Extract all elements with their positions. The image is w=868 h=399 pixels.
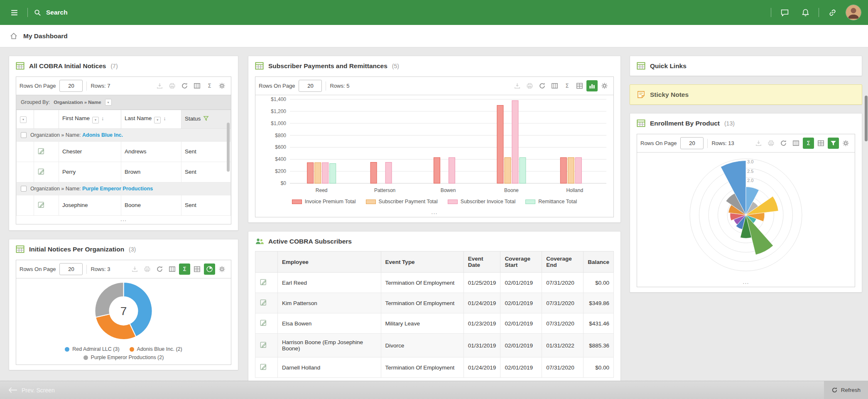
columns-icon[interactable] — [549, 80, 560, 91]
refresh-icon[interactable] — [778, 138, 789, 149]
grouped-by-bar: Grouped By: Organization » Name ▾ — [16, 95, 231, 110]
edit-icon[interactable] — [37, 201, 45, 209]
refresh-button[interactable]: Refresh — [824, 381, 868, 399]
cell-status: Sent — [181, 195, 231, 215]
gear-icon[interactable] — [840, 138, 851, 149]
column-header[interactable]: Event Date — [463, 251, 500, 273]
grid-toolbar: Rows On Page Rows: 13 Σ — [637, 134, 855, 153]
menu-icon[interactable] — [7, 5, 22, 20]
chat-icon[interactable] — [777, 5, 792, 20]
widget-count: (13) — [724, 120, 735, 127]
edit-icon[interactable] — [260, 363, 267, 371]
sigma-icon[interactable]: Σ — [803, 138, 814, 149]
sigma-icon[interactable]: Σ — [562, 80, 573, 91]
group-row: Organization » Name: Adonis Blue Inc. — [17, 128, 231, 141]
column-header[interactable]: Balance — [584, 251, 614, 273]
widget-count: (3) — [129, 246, 136, 253]
toolbar-icons: Σ — [753, 138, 851, 149]
edit-icon[interactable] — [260, 319, 267, 327]
table-icon[interactable] — [574, 80, 585, 91]
column-header[interactable]: Coverage Start — [500, 251, 542, 273]
divider — [819, 8, 819, 17]
rows-on-page-input[interactable] — [680, 137, 704, 149]
more-indicator: ... — [16, 216, 231, 224]
prev-screen-button[interactable]: Prev. Screen — [0, 381, 63, 399]
table-row: Kim PattersonTermination Of Employment01… — [255, 293, 614, 313]
group-checkbox[interactable] — [21, 132, 27, 138]
rows-on-page-label: Rows On Page — [259, 83, 295, 89]
sticky-note-icon — [637, 90, 645, 99]
divider — [86, 265, 87, 274]
grouped-by-dropdown-icon[interactable]: ▾ — [105, 99, 112, 106]
widget-sticky-notes[interactable]: Sticky Notes — [630, 84, 862, 105]
cell-first-name: Chester — [59, 141, 121, 162]
edit-icon[interactable] — [260, 298, 267, 306]
widget-quick-links[interactable]: Quick Links — [630, 56, 862, 76]
svg-text:$0: $0 — [281, 180, 287, 186]
rose-chart: 3.02.52.0 — [637, 153, 855, 278]
funnel-icon[interactable] — [828, 138, 839, 149]
column-header[interactable]: Employee — [277, 251, 381, 273]
widget-enrollment-by-product: Enrollment By Product (13) Rows On Page … — [630, 113, 862, 293]
column-header[interactable]: Coverage End — [542, 251, 584, 273]
gear-icon[interactable] — [599, 80, 610, 91]
notifications-bell-icon[interactable] — [798, 5, 813, 20]
refresh-icon[interactable] — [537, 80, 548, 91]
group-checkbox[interactable] — [21, 186, 27, 192]
cell: 07/31/2020 — [542, 273, 584, 293]
svg-text:$1,400: $1,400 — [271, 96, 286, 102]
columns-icon[interactable] — [191, 80, 203, 91]
table-icon[interactable] — [815, 138, 826, 149]
widget-header: All COBRA Initial Notices (7) — [9, 56, 238, 76]
widget-header: Quick Links — [630, 56, 862, 76]
header-edit — [34, 110, 59, 129]
gear-icon[interactable] — [216, 80, 228, 91]
rows-on-page-input[interactable] — [59, 80, 83, 92]
widget-title: Active COBRA Subscribers — [268, 238, 352, 245]
quick-links-icon — [637, 62, 645, 70]
bottom-bar: Prev. Screen Refresh — [0, 381, 868, 399]
edit-icon[interactable] — [37, 147, 45, 155]
notices-table: ▾First Name▾↓Last Name▾↓StatusOrganizati… — [16, 110, 231, 216]
chart-icon[interactable] — [586, 80, 598, 91]
cell: 07/31/2020 — [542, 293, 584, 313]
table-icon[interactable] — [191, 264, 203, 275]
legend-item: Subscriber Invoice Total — [448, 199, 515, 204]
widget-header: Sticky Notes — [630, 85, 862, 104]
table-row: Earl ReedTermination Of Employment01/25/… — [255, 273, 614, 293]
home-icon[interactable] — [10, 32, 18, 40]
column-header-first-name[interactable]: First Name▾↓ — [59, 110, 121, 129]
avatar[interactable] — [846, 5, 861, 20]
widget-title: Initial Notices Per Organization — [29, 246, 124, 253]
refresh-icon[interactable] — [179, 80, 190, 91]
svg-text:2.5: 2.5 — [747, 169, 753, 174]
column-header-status[interactable]: Status — [181, 110, 231, 129]
gear-icon[interactable] — [216, 264, 228, 275]
cell-last-name: Andrews — [121, 141, 181, 162]
organization-link[interactable]: Adonis Blue Inc. — [82, 132, 123, 138]
organization-link[interactable]: Purple Emperor Productions — [82, 186, 153, 192]
sigma-icon[interactable]: Σ — [179, 264, 190, 275]
cell: 01/23/2019 — [463, 313, 500, 334]
rows-on-page-input[interactable] — [299, 80, 322, 92]
grouped-by-value: Organization » Name — [54, 100, 101, 105]
page-scrollbar[interactable] — [864, 25, 868, 381]
edit-icon[interactable] — [37, 167, 45, 175]
edit-icon[interactable] — [260, 278, 267, 286]
header-tools[interactable]: ▾ — [17, 110, 34, 129]
sigma-icon[interactable]: Σ — [204, 80, 215, 91]
legend-item: Subscriber Payment Total — [366, 199, 438, 204]
pie-icon[interactable] — [204, 264, 215, 275]
link-icon[interactable] — [825, 5, 840, 20]
column-header-last-name[interactable]: Last Name▾↓ — [121, 110, 181, 129]
search-input[interactable]: Search — [34, 9, 68, 17]
columns-icon[interactable] — [167, 264, 178, 275]
widget-scrollbar[interactable] — [227, 123, 230, 172]
refresh-icon[interactable] — [154, 264, 165, 275]
column-header[interactable]: Event Type — [381, 251, 463, 273]
columns-icon[interactable] — [790, 138, 802, 149]
rows-on-page-label: Rows On Page — [20, 83, 56, 89]
edit-icon[interactable] — [260, 341, 267, 349]
cell: Termination Of Employment — [381, 293, 463, 313]
rows-on-page-input[interactable] — [59, 263, 83, 275]
